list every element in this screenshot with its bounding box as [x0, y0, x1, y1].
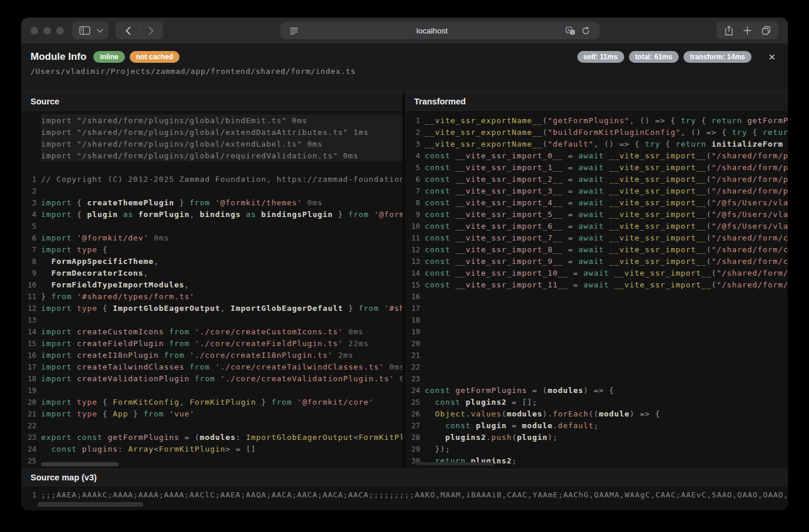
code-line-text: const __vite_ssr_import_6__ = await __vi…: [425, 222, 788, 231]
close-icon[interactable]: ×: [766, 52, 778, 62]
nav-buttons: [116, 22, 163, 39]
chevron-down-icon: [96, 23, 104, 38]
code-line: 4import { plugin as formPlugin, bindings…: [21, 208, 402, 220]
minimize-window-button[interactable]: [43, 27, 51, 35]
reload-icon[interactable]: [578, 23, 594, 38]
code-line: 19: [405, 326, 788, 337]
sourcemap-code-area[interactable]: 1;;;AAEA;AAAkC;AAAA;AAAA;AAAA;AAClC;AAEA…: [21, 486, 788, 500]
code-line-text: const __vite_ssr_import_8__ = await __vi…: [425, 245, 788, 254]
reader-icon[interactable]: [286, 23, 302, 38]
browser-window: localhost A x: [21, 18, 788, 510]
code-line: 11} from '#shared/types/form.ts': [21, 290, 402, 302]
code-line: 6const __vite_ssr_import_2__ = await __v…: [405, 173, 788, 185]
code-line: 21import type { App } from 'vue': [21, 408, 402, 419]
window-controls: [31, 27, 64, 35]
line-number: 12: [21, 304, 36, 313]
code-line-text: ;;;AAEA;AAAkC;AAAA;AAAA;AAAA;AAClC;AAEA;…: [41, 490, 788, 499]
new-tab-icon[interactable]: [740, 23, 755, 38]
zoom-window-button[interactable]: [56, 27, 64, 35]
code-line-text: });: [425, 445, 451, 453]
line-number: 5: [405, 163, 420, 172]
code-line: 15import createFieldPlugin from './core/…: [21, 337, 402, 349]
import-timings-widget: import "/shared/form/plugins/global/bind…: [41, 114, 402, 161]
code-line-text: const __vite_ssr_import_0__ = await __vi…: [425, 151, 788, 160]
source-code-area[interactable]: import "/shared/form/plugins/global/bind…: [21, 111, 402, 469]
line-number: 1: [21, 175, 36, 184]
line-number: 25: [405, 398, 420, 406]
code-line: 12import type { ImportGlobEagerOutput, I…: [21, 302, 402, 314]
address-bar[interactable]: localhost A x: [280, 22, 600, 39]
code-line: import "/shared/form/plugins/global/exte…: [41, 138, 402, 150]
line-number: 19: [405, 327, 420, 336]
line-number: 21: [405, 351, 420, 360]
line-number: 4: [405, 151, 420, 160]
code-line-text: plugins2.push(plugin);: [425, 433, 558, 442]
sidebar-button[interactable]: [72, 22, 109, 39]
sourcemap-hscrollbar[interactable]: [38, 502, 143, 507]
line-number: 22: [405, 362, 420, 371]
code-line-text: import createTailwindClasses from './cor…: [41, 362, 402, 371]
line-number: 8: [21, 257, 36, 266]
line-number: 13: [405, 257, 420, 266]
sidebar-icon: [77, 23, 92, 38]
transformed-panel: Transformed 1__vite_ssr_exportName__("ge…: [405, 92, 788, 469]
code-line-text: import "/shared/form/plugins/global/requ…: [41, 151, 358, 160]
sourcemap-section: Source map (v3) 1;;;AAEA;AAAkC;AAAA;AAAA…: [21, 469, 788, 510]
code-line: 13: [21, 314, 402, 326]
code-line-text: export const getFormPlugins = (modules: …: [41, 433, 402, 442]
code-line: 13const __vite_ssr_import_9__ = await __…: [405, 255, 788, 267]
source-hscrollbar[interactable]: [41, 462, 119, 466]
line-number: 10: [21, 280, 36, 289]
code-line: 25 const plugins2 = [];: [405, 396, 788, 408]
line-number: 3: [21, 198, 36, 207]
line-number: 18: [21, 374, 36, 383]
share-icon[interactable]: [721, 23, 736, 38]
code-line: 19: [21, 384, 402, 396]
code-line: 17: [405, 302, 788, 314]
line-number: 20: [405, 339, 420, 348]
code-line-text: Object.values(modules).forEach((module) …: [425, 409, 661, 418]
code-line: import "/shared/form/plugins/global/exte…: [41, 126, 402, 138]
code-line-text: const __vite_ssr_import_1__ = await __vi…: [425, 163, 788, 172]
code-line: 9const __vite_ssr_import_5__ = await __v…: [405, 208, 788, 220]
code-line: 16: [405, 290, 788, 302]
code-line: 14import createCustomIcons from './core/…: [21, 326, 402, 337]
line-number: 14: [405, 269, 420, 277]
code-line: 12const __vite_ssr_import_8__ = await __…: [405, 243, 788, 255]
code-line: 3import { createThemePlugin } from '@for…: [21, 196, 402, 208]
back-button[interactable]: [120, 23, 136, 38]
line-number: 13: [21, 316, 36, 324]
code-line-text: const __vite_ssr_import_9__ = await __vi…: [425, 257, 788, 266]
line-number: 16: [21, 351, 36, 360]
line-number: 11: [21, 292, 36, 301]
timing-total-badge: total: 61ms: [629, 51, 679, 63]
code-line-text: import "/shared/form/plugins/global/bind…: [41, 116, 307, 125]
code-line: 1__vite_ssr_exportName__("getFormPlugins…: [405, 114, 788, 126]
line-number: 15: [21, 339, 36, 348]
line-number: 7: [405, 187, 420, 195]
transformed-code-area[interactable]: 1__vite_ssr_exportName__("getFormPlugins…: [405, 111, 788, 469]
code-line: 16import createI18nPlugin from './core/c…: [21, 349, 402, 361]
code-line: 7import type {: [21, 243, 402, 255]
forward-button[interactable]: [143, 23, 158, 38]
code-line: 20: [405, 337, 788, 349]
tab-overview-icon[interactable]: [759, 23, 774, 38]
code-line: 8const __vite_ssr_import_4__ = await __v…: [405, 196, 788, 208]
url-text: localhost: [302, 26, 563, 35]
line-number: 4: [21, 210, 36, 219]
code-line-text: const plugin = module.default;: [425, 421, 599, 430]
code-line-text: import "/shared/form/plugins/global/exte…: [41, 128, 369, 137]
code-line: 23export const getFormPlugins = (modules…: [21, 431, 402, 443]
transformed-hscrollbar[interactable]: [417, 462, 494, 465]
code-line: 22: [405, 361, 788, 372]
translate-icon[interactable]: A x: [563, 23, 578, 38]
line-number: 22: [21, 421, 36, 430]
close-window-button[interactable]: [31, 27, 38, 35]
line-number: 12: [405, 245, 420, 254]
line-number: 29: [405, 445, 420, 453]
line-number: 6: [21, 233, 36, 242]
line-number: 21: [21, 409, 36, 418]
code-line: 28 plugins2.push(plugin);: [405, 431, 788, 443]
code-line: 3__vite_ssr_exportName__("default", () =…: [405, 138, 788, 150]
line-number: 23: [405, 374, 420, 383]
